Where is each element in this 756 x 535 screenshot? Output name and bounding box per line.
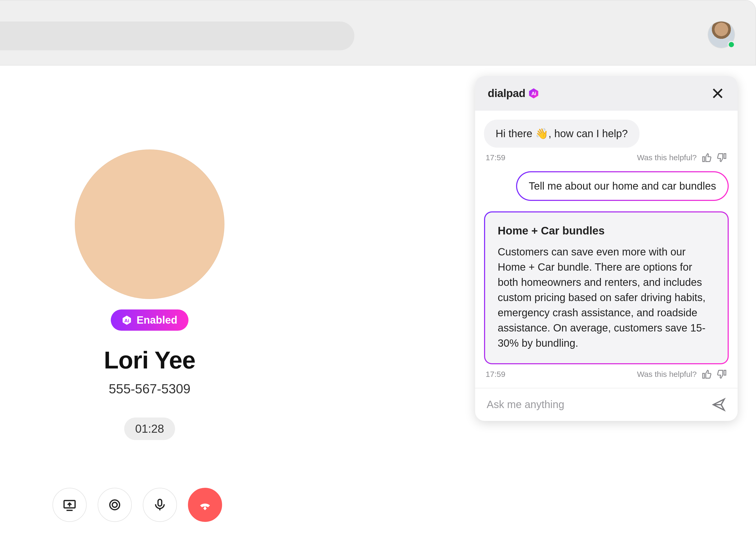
share-screen-icon [62, 497, 77, 512]
presence-online-icon [728, 41, 735, 48]
ai-assistant-panel: dialpad Ai Hi there 👋, how can I help? 1… [475, 76, 738, 421]
thumbs-up-icon[interactable] [701, 369, 712, 380]
thumbs-down-icon[interactable] [717, 153, 727, 163]
ai-enabled-badge: Ai Enabled [111, 309, 189, 331]
caller-name: Lori Yee [55, 347, 244, 374]
helpful-label: Was this helpful? [637, 370, 697, 379]
mute-button[interactable] [143, 488, 177, 522]
assistant-header: dialpad Ai [475, 76, 738, 111]
svg-point-3 [110, 500, 119, 510]
search-input[interactable] [0, 21, 354, 50]
assistant-greeting-message: Hi there 👋, how can I help? [484, 120, 639, 148]
assistant-answer: Home + Car bundles Customers can save ev… [484, 211, 729, 364]
thumbs-up-icon[interactable] [701, 153, 712, 163]
caller-card: Ai Enabled Lori Yee 555-567-5309 01:28 [55, 150, 244, 440]
answer-title: Home + Car bundles [498, 223, 715, 239]
timestamp: 17:59 [486, 370, 505, 379]
caller-avatar [75, 150, 225, 299]
hangup-icon [198, 497, 212, 512]
call-duration: 01:28 [124, 417, 175, 440]
brand-label: dialpad [488, 87, 526, 100]
assistant-input-row [475, 388, 738, 421]
caller-phone: 555-567-5309 [55, 381, 244, 397]
answer-body: Customers can save even more with our Ho… [498, 244, 715, 351]
svg-rect-5 [158, 499, 162, 506]
user-message: Tell me about our home and car bundles [516, 171, 729, 201]
record-button[interactable] [98, 488, 132, 522]
svg-text:Ai: Ai [124, 318, 130, 323]
main-area: Ai Enabled Lori Yee 555-567-5309 01:28 [0, 66, 756, 535]
assistant-brand: dialpad Ai [488, 87, 539, 100]
close-icon[interactable] [710, 86, 725, 101]
svg-text:Ai: Ai [531, 91, 536, 96]
thumbs-down-icon[interactable] [717, 369, 727, 380]
topbar [0, 0, 756, 66]
current-user-avatar[interactable] [708, 21, 735, 48]
share-screen-button[interactable] [52, 488, 87, 522]
ai-hex-icon: Ai [122, 315, 132, 325]
assistant-input[interactable] [487, 399, 706, 410]
timestamp: 17:59 [486, 153, 505, 162]
send-icon[interactable] [711, 397, 726, 412]
message-meta-1: 17:59 Was this helpful? [484, 148, 729, 171]
svg-point-4 [112, 502, 117, 507]
message-meta-2: 17:59 Was this helpful? [484, 364, 729, 388]
ai-badge-label: Enabled [136, 314, 177, 326]
microphone-icon [153, 497, 167, 512]
brand-hex-icon: Ai [528, 88, 539, 99]
app-window: Ai Enabled Lori Yee 555-567-5309 01:28 [0, 0, 756, 535]
record-icon [107, 497, 122, 512]
end-call-button[interactable] [188, 488, 222, 522]
assistant-body: Hi there 👋, how can I help? 17:59 Was th… [475, 111, 738, 388]
call-controls [52, 488, 222, 522]
helpful-label: Was this helpful? [637, 153, 697, 162]
